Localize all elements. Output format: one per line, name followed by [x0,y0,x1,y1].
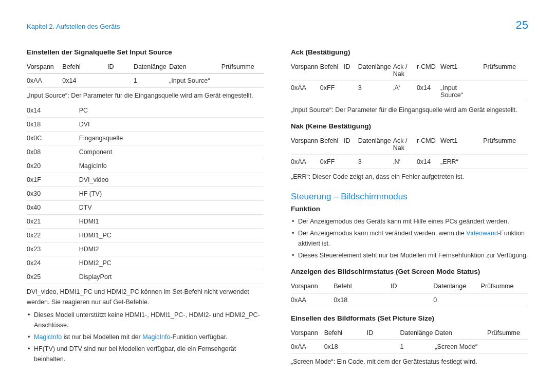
th: Datenlänge [433,279,480,293]
notes-list-left: Dieses Modell unterstützt keine HDMI1-, … [27,310,264,364]
breadcrumb: Kapitel 2. Aufstellen des Geräts [27,23,120,30]
table-set-picture-size: Vorspann Befehl ID Datenlänge Daten Prüf… [291,326,528,354]
th: r-CMD [417,60,440,81]
th: Daten [435,326,487,340]
th: Datenlänge [358,60,393,81]
th-vorspann: Vorspann [27,60,62,74]
list-item: Der Anzeigemodus des Geräts kann mit Hil… [291,217,528,227]
list-item: Der Anzeigemodus kann nicht verändert we… [291,229,528,249]
cell-label: Component [79,145,264,159]
link-magicinfo[interactable]: MagicInfo [142,333,170,341]
cell-label: HDMI1 [79,215,264,229]
cell-code: 0x18 [27,118,79,132]
cell: 1 [134,74,169,88]
link-magicinfo[interactable]: MagicInfo [34,333,62,341]
th: Datenlänge [358,134,393,155]
cell-label: DTV [79,201,264,215]
th: Prüfsumme [483,60,528,81]
cell: 0x14 [417,155,440,169]
th: Ack / Nak [393,134,417,155]
cell-code: 0x20 [27,159,79,173]
th-pruefsumme: Prüfsumme [221,60,264,74]
th-daten: Daten [169,60,221,74]
th: Vorspann [291,279,334,293]
cell [487,340,528,354]
th: Wert1 [440,134,483,155]
cell-label: HDMI2_PC [79,256,264,270]
th: Befehl [334,279,391,293]
th: Wert1 [440,60,483,81]
page-header: Kapitel 2. Aufstellen des Geräts 25 [27,18,528,32]
right-column: Ack (Bestätigung) Vorspann Befehl ID Dat… [291,45,528,370]
cell-code: 0x08 [27,145,79,159]
cell [483,81,528,102]
caption-input-source-param-2: „Input Source“: Der Parameter für die Ei… [291,105,528,115]
text: -Funktion verfügbar. [170,333,227,341]
cell: „ERR“ [440,155,483,169]
caption-screen-mode: „Screen Mode“: Ein Code, mit dem der Ger… [291,357,528,367]
th: Befehl [324,326,367,340]
section-title-nak: Nak (Keine Bestätigung) [291,122,528,130]
section-title-set-input-source: Einstellen der Signalquelle Set Input So… [27,48,264,56]
document-page: Kapitel 2. Aufstellen des Geräts 25 Eins… [0,0,555,392]
th: Vorspann [291,60,320,81]
cell-label: HDMI1_PC [79,229,264,242]
cell-code: 0x40 [27,201,79,215]
cell-label: MagicInfo [79,159,264,173]
cell: ‚A‘ [393,81,417,102]
cell: „Input Source“ [440,81,483,102]
th: Befehl [320,134,344,155]
left-column: Einstellen der Signalquelle Set Input So… [27,45,264,370]
cell: 3 [358,155,393,169]
cell: 0x18 [324,340,367,354]
cell: 0x14 [62,74,107,88]
cell-code: 0x22 [27,229,79,242]
cell-code: 0x14 [27,104,79,118]
cell [221,74,264,88]
th-befehl: Befehl [62,60,107,74]
function-list: Der Anzeigemodus des Geräts kann mit Hil… [291,217,528,261]
text: Der Anzeigemodus kann nicht verändert we… [298,230,466,237]
th: Befehl [320,60,344,81]
cell [483,155,528,169]
cell [481,293,528,307]
list-item: Dieses Steuerelement steht nur bei Model… [291,251,528,260]
cell-label: DVI_video [79,173,264,187]
table-ack: Vorspann Befehl ID Datenlänge Ack / Nak … [291,60,528,102]
th: ID [344,134,358,155]
cell-label: DVI [79,118,264,132]
cell-label: DisplayPort [79,270,264,284]
section-title-get-screen-mode: Anzeigen des Bildschirmstatus (Get Scree… [291,268,528,275]
link-videowand[interactable]: Videowand [466,230,498,237]
page-number: 25 [516,18,528,32]
cell-label: HF (TV) [79,187,264,201]
cell [367,340,400,354]
cell: 0x14 [417,81,440,102]
cell-code: 0x0C [27,132,79,145]
th: Vorspann [291,326,324,340]
section-title-ack: Ack (Bestätigung) [291,48,528,56]
cell-code: 0x24 [27,256,79,270]
th: ID [344,60,358,81]
cell-code: 0x30 [27,187,79,201]
th-datenlaenge: Datenlänge [134,60,169,74]
th: Prüfsumme [483,134,528,155]
cell-code: 0x25 [27,270,79,284]
text: ist nur bei Modellen mit der [62,333,142,341]
cell: 0xAA [27,74,62,88]
cell-code: 0x1F [27,173,79,187]
th: ID [391,279,433,293]
table-nak: Vorspann Befehl ID Datenlänge Ack / Nak … [291,134,528,169]
section-title-steuerung-bildschirmmodus: Steuerung – Bildschirmmodus [291,192,528,202]
cell: 3 [358,81,393,102]
cell: 0xAA [291,340,324,354]
cell [391,293,433,307]
th: Datenlänge [400,326,435,340]
cell-code: 0x21 [27,215,79,229]
table-set-input-source-cmd: Vorspann Befehl ID Datenlänge Daten Prüf… [27,60,264,88]
th: ID [367,326,400,340]
th: Ack / Nak [393,60,417,81]
th: r-CMD [417,134,440,155]
cell [344,81,358,102]
list-item: MagicInfo ist nur bei Modellen mit der M… [27,332,264,342]
